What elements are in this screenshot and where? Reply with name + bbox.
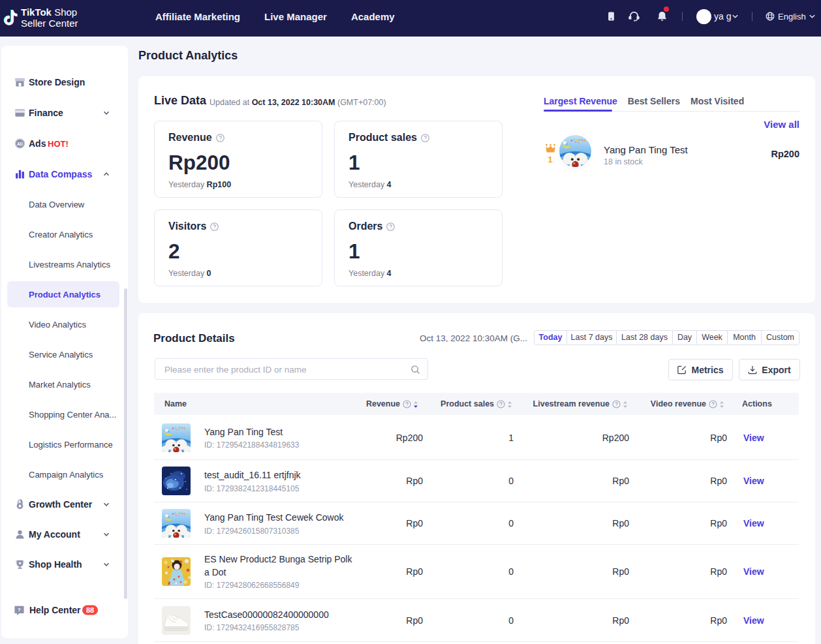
svg-text:?: ? xyxy=(18,607,21,613)
svg-text:AD: AD xyxy=(17,142,23,146)
